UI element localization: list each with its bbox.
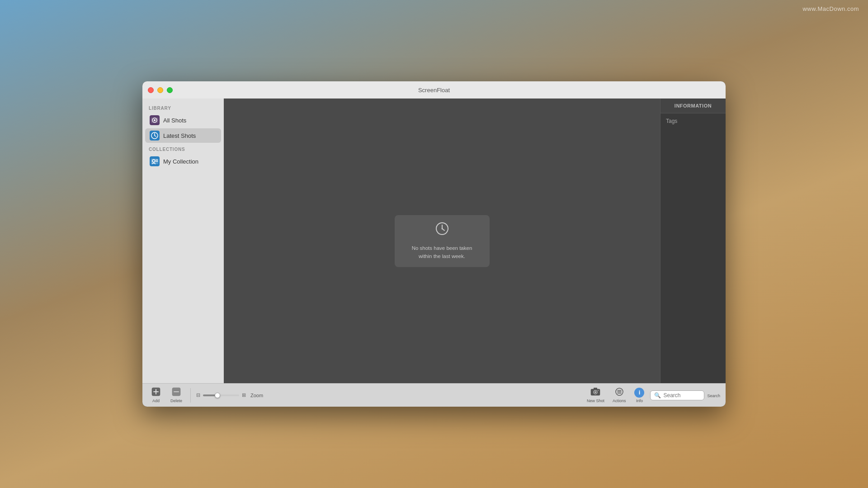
- new-shot-label: New Shot: [587, 399, 604, 403]
- info-icon: i: [634, 388, 644, 398]
- search-field[interactable]: 🔍: [650, 390, 704, 400]
- camera-icon: [590, 387, 600, 398]
- sidebar-item-latest-shots[interactable]: Latest Shots: [145, 128, 221, 143]
- svg-point-26: [598, 390, 599, 391]
- info-panel-header: INFORMATION: [660, 99, 726, 113]
- new-shot-button[interactable]: New Shot: [584, 386, 607, 404]
- main-layout: LIBRARY All Shots: [142, 99, 726, 383]
- actions-label: Actions: [613, 399, 626, 403]
- empty-state-message: No shots have been taken within the last…: [412, 244, 472, 260]
- search-input[interactable]: [663, 392, 700, 399]
- app-window: ScreenFloat LIBRARY All Shots: [142, 81, 726, 407]
- info-panel: INFORMATION Tags: [660, 99, 726, 383]
- svg-point-3: [154, 119, 156, 121]
- svg-point-24: [594, 391, 596, 393]
- svg-point-16: [441, 228, 443, 230]
- actions-button[interactable]: Actions: [610, 386, 629, 404]
- zoom-small-icon: ⊟: [196, 392, 200, 398]
- actions-icon: [615, 387, 624, 398]
- delete-label: Delete: [170, 399, 182, 403]
- delete-button[interactable]: Delete: [168, 386, 185, 404]
- tags-label: Tags: [660, 113, 726, 129]
- my-collection-icon: [150, 156, 160, 166]
- my-collection-label: My Collection: [163, 158, 198, 165]
- delete-icon: [172, 387, 181, 398]
- add-label: Add: [152, 399, 160, 403]
- toolbar: Add Delete ⊟ ⊞ Zoom: [142, 383, 726, 407]
- add-button[interactable]: Add: [148, 386, 164, 404]
- zoom-container: ⊟ ⊞ Zoom: [196, 392, 263, 398]
- all-shots-icon: [150, 115, 160, 125]
- clock-icon: [435, 221, 449, 239]
- search-icon: 🔍: [654, 392, 661, 399]
- add-icon: [151, 387, 160, 398]
- empty-state-card: No shots have been taken within the last…: [395, 215, 490, 267]
- sidebar: LIBRARY All Shots: [142, 99, 224, 383]
- minimize-button[interactable]: [157, 87, 163, 93]
- toolbar-right: New Shot Actions i Info 🔍: [584, 386, 720, 404]
- sidebar-item-all-shots[interactable]: All Shots: [145, 113, 221, 127]
- zoom-label: Zoom: [250, 393, 263, 398]
- zoom-large-icon: ⊞: [242, 392, 246, 398]
- collections-section-header: COLLECTIONS: [142, 143, 224, 154]
- info-button[interactable]: i Info: [631, 387, 647, 404]
- search-label: Search: [707, 394, 720, 398]
- zoom-slider[interactable]: [203, 394, 239, 396]
- latest-shots-icon: [150, 131, 160, 141]
- traffic-lights: [148, 87, 173, 93]
- library-section-header: LIBRARY: [142, 102, 224, 113]
- svg-rect-25: [594, 388, 597, 389]
- close-button[interactable]: [148, 87, 154, 93]
- all-shots-label: All Shots: [163, 117, 186, 124]
- content-area: No shots have been taken within the last…: [224, 99, 660, 383]
- title-bar: ScreenFloat: [142, 81, 726, 99]
- zoom-thumb[interactable]: [215, 393, 220, 398]
- separator-1: [190, 388, 191, 403]
- latest-shots-label: Latest Shots: [163, 132, 196, 139]
- maximize-button[interactable]: [167, 87, 173, 93]
- sidebar-item-my-collection[interactable]: My Collection: [145, 154, 221, 169]
- info-label: Info: [636, 399, 643, 403]
- watermark: www.MacDown.com: [802, 5, 859, 12]
- window-title: ScreenFloat: [418, 87, 450, 94]
